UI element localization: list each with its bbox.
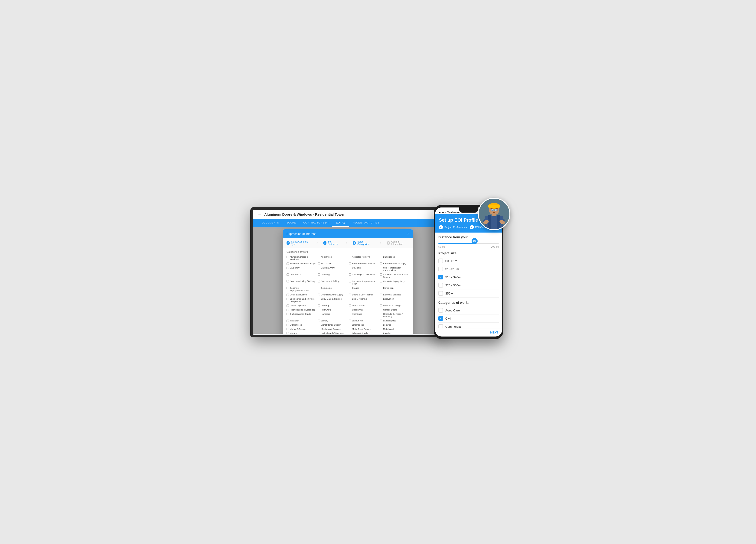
list-item[interactable]: Electrical Services bbox=[380, 293, 409, 296]
category-checkbox[interactable] bbox=[380, 267, 382, 269]
list-item[interactable]: Marble / Granite bbox=[287, 327, 316, 331]
category-checkbox[interactable] bbox=[349, 263, 351, 265]
list-item[interactable]: Concrete Polishing bbox=[318, 279, 347, 285]
list-item[interactable]: Concrete Supply Only bbox=[380, 279, 409, 285]
list-item[interactable]: $20 - $50m bbox=[438, 281, 499, 289]
list-item[interactable]: Painting bbox=[380, 331, 409, 334]
tab-eoi[interactable]: EOI (0) bbox=[332, 219, 349, 227]
list-item[interactable]: Mechanical Services bbox=[318, 327, 347, 331]
list-item[interactable]: Louvres bbox=[380, 323, 409, 326]
category-checkbox[interactable] bbox=[287, 313, 289, 315]
category-checkbox[interactable] bbox=[349, 328, 351, 330]
list-item[interactable]: Epoxy Flooring bbox=[349, 297, 378, 303]
category-checkbox[interactable] bbox=[318, 267, 320, 269]
list-item[interactable]: Fencing bbox=[318, 304, 347, 307]
list-item[interactable]: Aluminum Doors & Windows bbox=[287, 255, 316, 261]
list-item[interactable]: Facade Systems bbox=[287, 304, 316, 307]
category-checkbox[interactable] bbox=[287, 332, 289, 334]
list-item[interactable]: Bin / Waste bbox=[318, 262, 347, 265]
category-checkbox[interactable] bbox=[349, 324, 351, 326]
category-checkbox[interactable] bbox=[349, 256, 351, 258]
phone-body[interactable]: Distance from you: 100 50 km 200 km bbox=[435, 233, 502, 328]
category-checkbox[interactable] bbox=[380, 309, 382, 311]
list-item[interactable]: Entry Mats & Frames bbox=[318, 297, 347, 303]
list-item[interactable]: Linemarking bbox=[349, 323, 378, 326]
list-item[interactable]: Fire Services bbox=[349, 304, 378, 307]
list-item[interactable]: $0 - $1m bbox=[438, 257, 499, 265]
list-item[interactable]: Lift Services bbox=[287, 323, 316, 326]
size-checkbox[interactable] bbox=[438, 267, 443, 271]
list-item[interactable]: Hydraulic Services / Plumbing bbox=[380, 312, 409, 318]
category-checkbox[interactable] bbox=[287, 280, 289, 282]
category-checkbox[interactable] bbox=[287, 298, 289, 300]
list-item[interactable]: Noticeboards/Pinboards bbox=[318, 331, 347, 334]
category-checkbox[interactable] bbox=[349, 313, 351, 315]
list-item[interactable]: ✓Civil bbox=[438, 314, 499, 322]
category-checkbox[interactable] bbox=[318, 313, 320, 315]
category-checkbox[interactable] bbox=[318, 309, 320, 311]
list-item[interactable]: Brick/Blockwork Labour bbox=[349, 262, 378, 265]
size-checkbox[interactable]: ✓ bbox=[438, 275, 443, 279]
list-item[interactable]: Cladding bbox=[318, 273, 347, 279]
category-checkbox[interactable] bbox=[349, 319, 351, 322]
list-item[interactable]: Formwork bbox=[318, 308, 347, 311]
category-checkbox[interactable] bbox=[287, 304, 289, 307]
list-item[interactable]: Gabon Wall bbox=[349, 308, 378, 311]
list-item[interactable]: Concrete Supply/Pump/Place bbox=[287, 286, 316, 292]
category-work-checkbox[interactable] bbox=[438, 324, 443, 328]
list-item[interactable]: Landscaping bbox=[380, 319, 409, 322]
list-item[interactable]: Coolrooms bbox=[318, 286, 347, 292]
category-checkbox[interactable] bbox=[380, 298, 382, 300]
size-checkbox[interactable] bbox=[438, 291, 443, 296]
category-checkbox[interactable] bbox=[349, 298, 351, 300]
category-checkbox[interactable] bbox=[287, 328, 289, 330]
category-checkbox[interactable] bbox=[318, 287, 320, 289]
category-checkbox[interactable] bbox=[318, 319, 320, 322]
size-checkbox[interactable] bbox=[438, 259, 443, 263]
category-checkbox[interactable] bbox=[287, 319, 289, 322]
list-item[interactable]: Metal Work bbox=[380, 327, 409, 331]
list-item[interactable]: Detail Excavation bbox=[287, 293, 316, 296]
size-checkbox[interactable] bbox=[438, 283, 443, 287]
category-checkbox[interactable] bbox=[349, 273, 351, 276]
list-item[interactable]: Carpet & Vinyl bbox=[318, 266, 347, 272]
list-item[interactable]: Excavation bbox=[380, 297, 409, 303]
category-checkbox[interactable] bbox=[349, 332, 351, 334]
category-checkbox[interactable] bbox=[349, 309, 351, 311]
list-item[interactable]: Cleaning On Completion bbox=[349, 273, 378, 279]
category-checkbox[interactable] bbox=[318, 256, 320, 258]
category-checkbox[interactable] bbox=[287, 263, 289, 265]
list-item[interactable]: Metal Deck Roofing bbox=[349, 327, 378, 331]
list-item[interactable]: ✓$10 - $20m bbox=[438, 273, 499, 281]
category-checkbox[interactable] bbox=[349, 304, 351, 307]
list-item[interactable]: Joinery bbox=[318, 319, 347, 322]
category-checkbox[interactable] bbox=[318, 263, 320, 265]
list-item[interactable]: Civil Rehabilitation - Carbon Fibre bbox=[380, 266, 409, 272]
list-item[interactable]: Hoardings bbox=[349, 312, 378, 318]
category-checkbox[interactable] bbox=[287, 273, 289, 276]
list-item[interactable]: Asbestos Removal bbox=[349, 255, 378, 261]
list-item[interactable]: Fixtures & Fittings bbox=[380, 304, 409, 307]
list-item[interactable]: Cranes bbox=[349, 286, 378, 292]
category-checkbox[interactable] bbox=[349, 287, 351, 289]
tab-recent-activities[interactable]: RECENT ACTIVITIES bbox=[349, 219, 383, 227]
category-checkbox[interactable] bbox=[287, 324, 289, 326]
category-checkbox[interactable] bbox=[380, 293, 382, 296]
list-item[interactable]: Handrails bbox=[318, 312, 347, 318]
category-checkbox[interactable] bbox=[318, 304, 320, 307]
category-checkbox[interactable] bbox=[318, 293, 320, 296]
category-checkbox[interactable] bbox=[287, 267, 289, 269]
list-item[interactable]: Concrete Preparation and Pour bbox=[349, 279, 378, 285]
category-checkbox[interactable] bbox=[380, 328, 382, 330]
category-checkbox[interactable] bbox=[287, 287, 289, 289]
list-item[interactable]: Doors & Door Frames bbox=[349, 293, 378, 296]
category-checkbox[interactable] bbox=[287, 309, 289, 311]
tab-contractors[interactable]: CONTRACTORS (4) bbox=[300, 219, 332, 227]
category-checkbox[interactable] bbox=[318, 324, 320, 326]
category-checkbox[interactable] bbox=[318, 328, 320, 330]
modal-close-button[interactable]: × bbox=[407, 232, 409, 236]
list-item[interactable]: Garage Doors bbox=[380, 308, 409, 311]
category-checkbox[interactable] bbox=[380, 280, 382, 282]
list-item[interactable]: Demolition bbox=[380, 286, 409, 292]
category-checkbox[interactable] bbox=[380, 332, 382, 334]
